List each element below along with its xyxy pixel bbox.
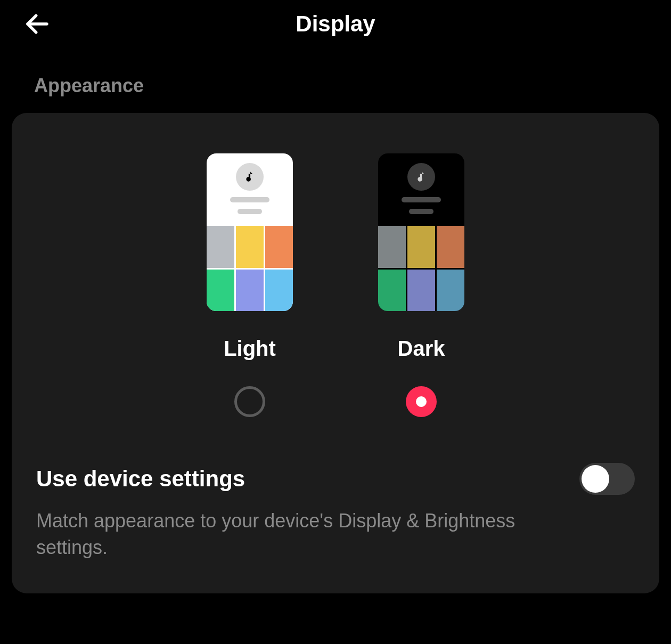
placeholder-bar xyxy=(230,197,269,202)
grid-cell xyxy=(407,226,435,267)
grid-cell xyxy=(236,226,264,267)
theme-label-light: Light xyxy=(224,337,276,361)
device-settings-row: Use device settings xyxy=(36,463,635,495)
grid-cell xyxy=(207,226,234,267)
grid-cell xyxy=(207,270,234,311)
grid-cell xyxy=(437,270,464,311)
avatar-placeholder xyxy=(407,163,435,191)
section-label-appearance: Appearance xyxy=(34,75,671,97)
preview-header xyxy=(207,153,293,226)
grid-cell xyxy=(265,270,293,311)
theme-option-dark[interactable]: Dark xyxy=(378,153,464,417)
theme-option-light[interactable]: Light xyxy=(207,153,293,417)
theme-preview-dark xyxy=(378,153,464,311)
radio-dark[interactable] xyxy=(406,386,437,417)
back-arrow-icon xyxy=(23,10,52,38)
grid-cell xyxy=(378,270,406,311)
theme-label-dark: Dark xyxy=(398,337,445,361)
avatar-placeholder xyxy=(236,163,264,191)
device-settings-toggle[interactable] xyxy=(579,463,635,495)
grid-cell xyxy=(265,226,293,267)
radio-light[interactable] xyxy=(234,386,265,417)
header: Display xyxy=(0,0,671,48)
grid-cell xyxy=(437,226,464,267)
grid-cell xyxy=(236,270,264,311)
theme-preview-light xyxy=(207,153,293,311)
music-note-icon xyxy=(243,170,257,184)
device-settings-title: Use device settings xyxy=(36,466,245,492)
music-note-icon xyxy=(414,170,428,184)
preview-grid xyxy=(207,226,293,311)
preview-grid xyxy=(378,226,464,311)
placeholder-bar xyxy=(238,209,262,214)
grid-cell xyxy=(407,270,435,311)
page-title: Display xyxy=(296,11,375,37)
theme-options-row: Light xyxy=(36,113,635,417)
device-settings-description: Match appearance to your device's Displa… xyxy=(36,508,558,561)
back-button[interactable] xyxy=(21,8,53,40)
appearance-panel: Light xyxy=(12,113,659,593)
placeholder-bar xyxy=(409,209,433,214)
placeholder-bar xyxy=(402,197,441,202)
toggle-knob xyxy=(582,465,609,493)
grid-cell xyxy=(378,226,406,267)
preview-header xyxy=(378,153,464,226)
